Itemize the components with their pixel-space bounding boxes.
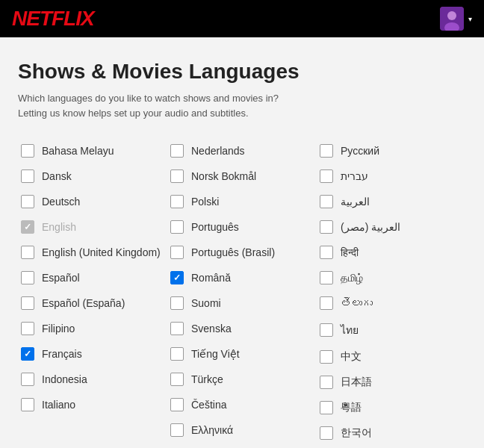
- avatar-image: [440, 7, 464, 31]
- checkbox-francais[interactable]: ✓: [21, 347, 34, 361]
- language-item-arabic[interactable]: العربية: [317, 189, 466, 214]
- language-label-tamil: தமிழ்: [341, 272, 363, 284]
- language-item-espanol-espana[interactable]: Español (España): [18, 290, 167, 316]
- checkbox-english[interactable]: ✓: [21, 220, 34, 234]
- checkbox-russian[interactable]: [320, 144, 333, 158]
- language-item-filipino[interactable]: Filipino: [18, 316, 167, 341]
- language-label-turkce: Türkçe: [191, 373, 223, 385]
- checkbox-polski[interactable]: [170, 195, 184, 208]
- language-label-japanese: 日本語: [341, 376, 372, 389]
- page-title: Shows & Movies Languages: [18, 60, 466, 84]
- language-label-romana: Română: [191, 272, 231, 284]
- checkbox-cantonese[interactable]: [320, 401, 333, 414]
- language-item-portugues-brasil[interactable]: Português (Brasil): [167, 240, 317, 265]
- language-item-japanese[interactable]: 日本語: [317, 370, 466, 395]
- language-item-portugues[interactable]: Português: [167, 214, 317, 240]
- page-description: Which languages do you like to watch sho…: [18, 91, 302, 120]
- language-item-russian[interactable]: Русский: [317, 138, 466, 164]
- language-label-espanol-espana: Español (España): [42, 297, 125, 309]
- language-label-norsk-bokmal: Norsk Bokmål: [191, 170, 256, 182]
- language-label-korean: 한국어: [341, 426, 372, 440]
- checkbox-ellinika[interactable]: [170, 423, 184, 437]
- language-label-francais: Français: [42, 348, 82, 360]
- checkbox-thai[interactable]: [320, 323, 333, 337]
- checkbox-espanol-espana[interactable]: [21, 296, 34, 310]
- language-item-romana[interactable]: ✓Română: [167, 265, 317, 290]
- checkbox-arabic[interactable]: [320, 195, 333, 208]
- checkbox-japanese[interactable]: [320, 376, 333, 389]
- checkbox-english-uk[interactable]: [21, 246, 34, 259]
- language-item-deutsch[interactable]: Deutsch: [18, 189, 167, 214]
- language-col-1: Bahasa MelayuDanskDeutsch✓EnglishEnglish…: [18, 138, 167, 446]
- checkbox-portugues-brasil[interactable]: [170, 246, 184, 259]
- chevron-down-icon[interactable]: ▾: [468, 15, 472, 23]
- language-label-english-uk: English (United Kingdom): [42, 246, 161, 258]
- checkbox-bahasa-melayu[interactable]: [21, 144, 34, 158]
- checkbox-svenska[interactable]: [170, 322, 184, 335]
- checkbox-dansk[interactable]: [21, 169, 34, 183]
- checkbox-chinese[interactable]: [320, 350, 333, 364]
- language-item-cestina[interactable]: Čeština: [167, 392, 317, 417]
- language-item-polski[interactable]: Polski: [167, 189, 317, 214]
- language-label-arabic: العربية: [341, 196, 370, 208]
- checkbox-arabic-egypt[interactable]: [320, 220, 333, 234]
- checkbox-tamil[interactable]: [320, 271, 333, 284]
- checkbox-portugues[interactable]: [170, 220, 184, 234]
- checkbox-tieng-viet[interactable]: [170, 347, 184, 361]
- language-item-english[interactable]: ✓English: [18, 214, 167, 240]
- language-label-filipino: Filipino: [42, 323, 75, 335]
- checkbox-suomi[interactable]: [170, 296, 184, 310]
- checkbox-deutsch[interactable]: [21, 195, 34, 208]
- language-label-bahasa-melayu: Bahasa Melayu: [42, 145, 114, 157]
- language-item-thai[interactable]: ไทย: [317, 316, 466, 344]
- language-item-tieng-viet[interactable]: Tiếng Việt: [167, 341, 317, 367]
- language-label-hindi: हिन्दी: [341, 246, 359, 259]
- checkbox-korean[interactable]: [320, 426, 333, 440]
- avatar[interactable]: [440, 7, 464, 31]
- netflix-logo: NETFLIX: [12, 7, 94, 31]
- language-item-ellinika[interactable]: Ελληνικά: [167, 417, 317, 443]
- language-item-korean[interactable]: 한국어: [317, 420, 466, 446]
- language-label-cestina: Čeština: [191, 399, 226, 411]
- language-item-english-uk[interactable]: English (United Kingdom): [18, 240, 167, 265]
- language-item-bahasa-melayu[interactable]: Bahasa Melayu: [18, 138, 167, 164]
- language-label-nederlands: Nederlands: [191, 145, 245, 157]
- checkbox-filipino[interactable]: [21, 322, 34, 335]
- language-item-telugu[interactable]: తెలుగు: [317, 290, 466, 316]
- checkbox-cestina[interactable]: [170, 398, 184, 411]
- checkbox-hindi[interactable]: [320, 246, 333, 259]
- language-item-indonesia[interactable]: Indonesia: [18, 367, 167, 392]
- language-item-tamil[interactable]: தமிழ்: [317, 265, 466, 290]
- language-item-suomi[interactable]: Suomi: [167, 290, 317, 316]
- checkbox-espanol[interactable]: [21, 271, 34, 284]
- language-item-espanol[interactable]: Español: [18, 265, 167, 290]
- language-label-portugues-brasil: Português (Brasil): [191, 246, 275, 258]
- checkbox-telugu[interactable]: [320, 296, 333, 310]
- language-grid: Bahasa MelayuDanskDeutsch✓EnglishEnglish…: [18, 138, 466, 446]
- language-item-cantonese[interactable]: 粵語: [317, 395, 466, 420]
- language-item-hindi[interactable]: हिन्दी: [317, 240, 466, 265]
- language-item-turkce[interactable]: Türkçe: [167, 367, 317, 392]
- checkbox-hebrew[interactable]: [320, 169, 333, 183]
- avatar-inner: [440, 7, 464, 31]
- checkbox-romana[interactable]: ✓: [170, 271, 184, 284]
- language-item-chinese[interactable]: 中文: [317, 344, 466, 370]
- language-label-svenska: Svenska: [191, 323, 232, 335]
- checkbox-italiano[interactable]: [21, 398, 34, 411]
- checkbox-norsk-bokmal[interactable]: [170, 169, 184, 183]
- checkbox-nederlands[interactable]: [170, 144, 184, 158]
- header: NETFLIX ▾: [0, 0, 484, 37]
- language-label-suomi: Suomi: [191, 297, 221, 309]
- language-item-norsk-bokmal[interactable]: Norsk Bokmål: [167, 164, 317, 189]
- checkbox-turkce[interactable]: [170, 373, 184, 386]
- language-item-dansk[interactable]: Dansk: [18, 164, 167, 189]
- language-label-dansk: Dansk: [42, 170, 72, 182]
- language-item-hebrew[interactable]: עברית: [317, 164, 466, 189]
- language-item-nederlands[interactable]: Nederlands: [167, 138, 317, 164]
- language-item-arabic-egypt[interactable]: العربية (مصر): [317, 214, 466, 240]
- language-item-svenska[interactable]: Svenska: [167, 316, 317, 341]
- language-item-italiano[interactable]: Italiano: [18, 392, 167, 417]
- checkbox-indonesia[interactable]: [21, 373, 34, 386]
- language-label-deutsch: Deutsch: [42, 196, 80, 208]
- language-item-francais[interactable]: ✓Français: [18, 341, 167, 367]
